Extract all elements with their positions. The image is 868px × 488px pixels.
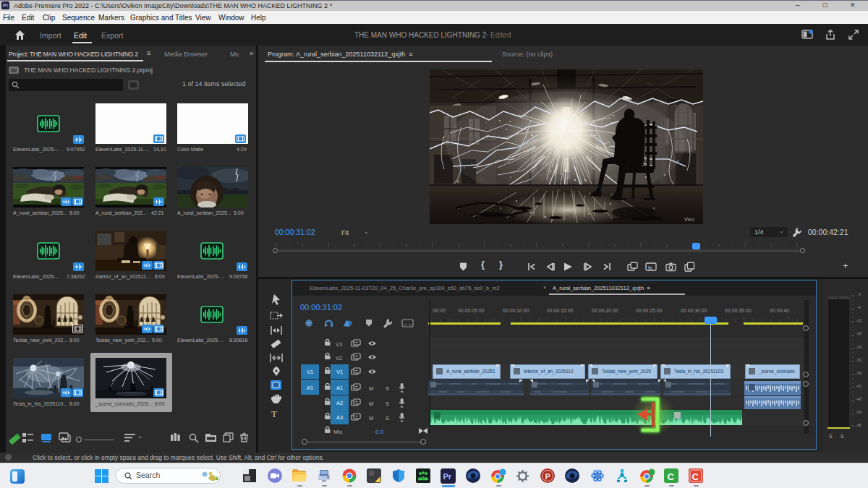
svg-text:0.0: 0.0 <box>375 429 384 435</box>
svg-text:C: C <box>692 471 699 482</box>
svg-text:V1: V1 <box>307 369 313 375</box>
svg-text:S: S <box>386 401 389 407</box>
svg-text:Mix: Mix <box>333 429 342 435</box>
svg-text:S: S <box>386 385 389 392</box>
svg-text:Pr: Pr <box>443 472 452 481</box>
svg-text:S: S <box>386 415 389 421</box>
svg-text:fx: fx <box>648 265 652 271</box>
svg-text:V2: V2 <box>336 355 342 361</box>
svg-text:V1: V1 <box>336 369 343 375</box>
svg-text:M: M <box>369 385 373 392</box>
svg-text:C: C <box>668 471 675 482</box>
svg-text:A2: A2 <box>336 400 343 406</box>
svg-text:A3: A3 <box>336 414 343 421</box>
svg-text:A1: A1 <box>336 385 343 391</box>
svg-text:Veo: Veo <box>684 216 694 223</box>
svg-text:A1: A1 <box>307 385 313 391</box>
svg-text:T: T <box>271 408 277 419</box>
svg-text:M: M <box>369 415 373 421</box>
svg-text:P: P <box>545 472 550 481</box>
svg-text:V3: V3 <box>336 341 342 348</box>
svg-text:M: M <box>369 401 373 407</box>
